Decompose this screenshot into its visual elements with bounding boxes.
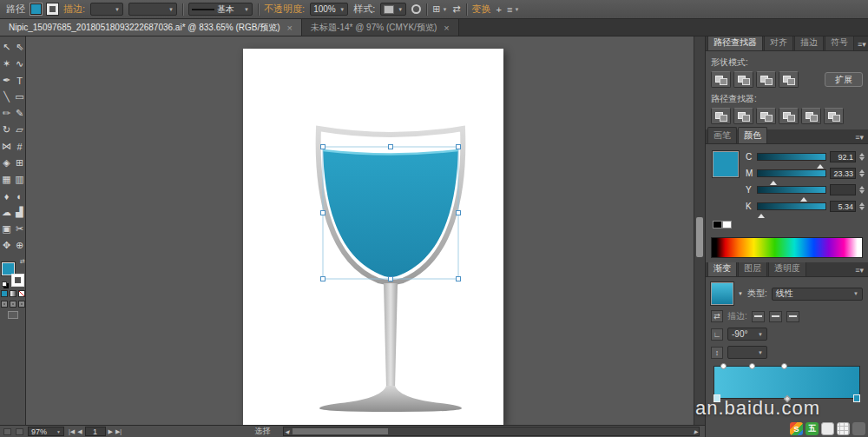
document-setup-icon[interactable]: ⊞▼ — [432, 3, 447, 15]
tab-brushes[interactable]: 画笔 — [707, 127, 737, 143]
white-swatch[interactable] — [722, 221, 732, 228]
keyboard-icon[interactable] — [837, 422, 850, 435]
status-icon[interactable] — [3, 428, 11, 435]
stroke-along-icon[interactable] — [769, 311, 782, 322]
expand-button[interactable]: 扩展 — [825, 72, 863, 87]
slider-thumb[interactable] — [800, 194, 807, 202]
reverse-gradient-icon[interactable]: ⇄ — [711, 310, 723, 322]
swap-fill-stroke-icon[interactable]: ⇄ — [20, 258, 25, 265]
document-tab-2[interactable]: 未标题-14* @ 97% (CMYK/预览) × — [302, 19, 459, 36]
panel-menu-icon[interactable]: ≡▾ — [852, 133, 866, 143]
stroke-swatch[interactable] — [11, 274, 24, 287]
tool-button[interactable]: ✥ — [0, 237, 13, 254]
next-artboard-icon[interactable]: ▶ — [108, 428, 113, 435]
pathfinder-button[interactable] — [756, 108, 776, 124]
draw-inside-button[interactable] — [18, 301, 25, 308]
slider-thumb[interactable] — [758, 210, 765, 218]
tool-button[interactable]: ✏ — [0, 105, 13, 122]
angle-select[interactable]: -90° ▼ — [727, 328, 767, 341]
shape-mode-button[interactable] — [733, 71, 753, 88]
liquid-shape[interactable] — [323, 150, 458, 277]
channel-slider[interactable] — [757, 153, 826, 161]
channel-value[interactable]: 92.1 — [830, 151, 856, 162]
tool-button[interactable]: ✶ — [0, 56, 13, 72]
draw-normal-button[interactable] — [1, 301, 8, 308]
tool-button[interactable]: ▥ — [13, 171, 26, 188]
style-select[interactable]: ▼ — [380, 3, 406, 16]
slider-thumb[interactable] — [817, 161, 824, 169]
tool-button[interactable]: ↻ — [0, 122, 13, 138]
tool-button[interactable]: ▦ — [0, 171, 13, 188]
tool-button[interactable]: ✂ — [13, 221, 26, 237]
align-options-icon[interactable]: ⇄ — [452, 3, 460, 15]
canvas-area[interactable] — [26, 36, 705, 425]
current-color-swatch[interactable] — [713, 151, 739, 177]
channel-value[interactable]: 23.33 — [830, 168, 856, 179]
channel-value[interactable]: 5.34 — [830, 201, 856, 212]
tab-color[interactable]: 颜色 — [738, 127, 767, 143]
ime-mode-icon[interactable] — [821, 422, 834, 435]
brush-select[interactable]: 基本▼ — [188, 3, 253, 16]
width-profile-select[interactable]: ▼ — [128, 3, 177, 16]
tool-button[interactable]: ╲ — [0, 89, 13, 105]
opacity-stop-icon[interactable] — [720, 363, 727, 369]
shape-mode-button[interactable] — [756, 71, 776, 88]
none-button[interactable] — [18, 290, 25, 297]
tool-button[interactable]: ⊞ — [13, 155, 26, 171]
screen-mode-button[interactable] — [8, 311, 18, 319]
artboard-number-field[interactable]: 1 — [85, 427, 106, 436]
stroke-weight-select[interactable]: ▼ — [90, 3, 123, 16]
tool-button[interactable]: ↖ — [0, 39, 13, 56]
channel-slider[interactable] — [757, 169, 826, 177]
tab-pathfinder[interactable]: 路径查找器 — [707, 36, 763, 50]
scroll-right-icon[interactable]: ▶ — [694, 428, 698, 434]
channel-slider[interactable] — [757, 202, 826, 210]
scrollbar-thumb[interactable] — [696, 217, 703, 257]
gradient-type-select[interactable]: 线性 ▼ — [772, 288, 863, 301]
draw-behind-button[interactable] — [10, 301, 16, 308]
vertical-scrollbar[interactable] — [694, 36, 705, 425]
tool-button[interactable]: ∿ — [13, 56, 26, 72]
document-tab-1[interactable]: Nipic_15097685_20180518093222687036.ai* … — [0, 19, 302, 36]
tool-button[interactable]: ◐ — [13, 188, 26, 204]
value-spinner[interactable] — [859, 183, 865, 196]
color-spectrum-bar[interactable] — [711, 237, 863, 258]
stroke-across-icon[interactable] — [786, 311, 799, 322]
wubi-mode-icon[interactable]: 五 — [806, 422, 819, 435]
tool-button[interactable]: ⇖ — [13, 39, 26, 56]
pathfinder-button[interactable] — [733, 108, 753, 124]
default-fill-stroke-icon[interactable] — [2, 281, 7, 287]
value-spinner[interactable] — [859, 167, 865, 180]
glass-base[interactable] — [319, 386, 462, 412]
stroke-link[interactable]: 描边: — [63, 3, 85, 16]
pathfinder-button[interactable] — [711, 108, 731, 124]
shape-mode-button[interactable] — [779, 71, 799, 88]
glass-stem[interactable] — [384, 283, 398, 387]
status-icon[interactable] — [16, 428, 23, 435]
gradient-slider-bar[interactable] — [713, 366, 860, 399]
panel-options-icon[interactable]: ≡▼ — [507, 4, 519, 15]
artboard[interactable] — [243, 49, 503, 425]
stroke-within-icon[interactable] — [752, 311, 765, 322]
tool-button[interactable]: ▣ — [0, 221, 13, 237]
tool-button[interactable]: ⋈ — [0, 138, 13, 155]
aspect-ratio-select[interactable]: ▼ — [727, 346, 767, 359]
tool-button[interactable]: ▱ — [13, 122, 26, 138]
pathfinder-button[interactable] — [779, 108, 799, 124]
horizontal-scrollbar[interactable]: ◀ ▶ — [283, 427, 700, 436]
chevron-down-icon[interactable]: ▼ — [738, 291, 743, 296]
tab-stroke[interactable]: 描边 — [794, 36, 824, 50]
pathfinder-button[interactable] — [824, 108, 844, 124]
opacity-stop-icon[interactable] — [749, 363, 755, 369]
channel-slider[interactable] — [757, 186, 826, 194]
value-spinner[interactable] — [859, 150, 865, 163]
tab-align[interactable]: 对齐 — [764, 36, 793, 50]
recolor-artwork-icon[interactable] — [411, 4, 421, 14]
sogou-logo-icon[interactable]: S — [790, 422, 803, 435]
opacity-link[interactable]: 不透明度: — [264, 3, 305, 16]
tab-symbols[interactable]: 符号 — [825, 36, 854, 50]
tool-button[interactable]: ☁ — [0, 204, 13, 221]
ime-settings-icon[interactable] — [852, 422, 865, 435]
tool-button[interactable]: # — [13, 138, 26, 155]
tool-button[interactable]: ▭ — [13, 89, 26, 105]
